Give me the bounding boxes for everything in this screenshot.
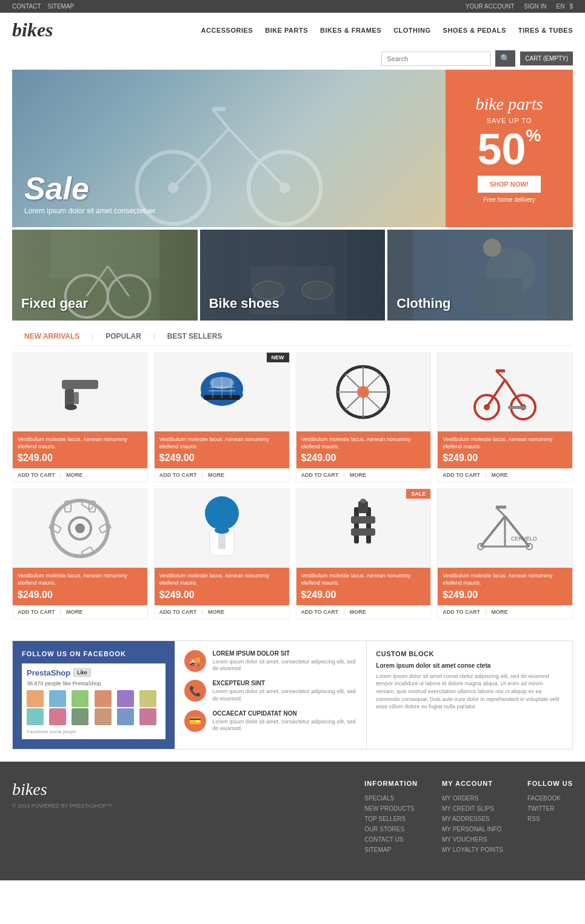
svg-line-43	[367, 374, 381, 388]
footer-link-loyalty[interactable]: MY LOYALTY POINTS	[442, 846, 503, 853]
add-to-cart-8[interactable]: ADD TO CART	[443, 609, 480, 615]
svg-line-49	[487, 380, 505, 407]
search-button[interactable]: 🔍	[495, 50, 515, 67]
sign-in-link[interactable]: SIGN IN	[524, 3, 546, 10]
footer-link-new-products[interactable]: NEW PRODUCTS	[364, 805, 414, 812]
more-5[interactable]: MORE	[66, 609, 82, 615]
product-info-8: Vestibulum molestie lacus. Aenean nonumm…	[438, 568, 572, 605]
disc-rotor-icon	[47, 495, 113, 562]
more-4[interactable]: MORE	[491, 472, 507, 478]
cart-button[interactable]: CART (EMPTY)	[520, 52, 573, 65]
facebook-block: FOLLOW US ON FACEBOOK PrestaShop Like 38…	[13, 641, 175, 749]
service-title-3: OCCAECAT CUPIDATAT NON	[212, 710, 357, 717]
currency-selector[interactable]: $	[569, 3, 573, 10]
hero-sale-text: Sale	[24, 170, 156, 207]
tab-popular[interactable]: POPULAR	[105, 332, 141, 341]
svg-line-75	[481, 516, 505, 547]
product-card-4: Vestibulum molestie lacus. Aenean nonumm…	[437, 352, 573, 482]
svg-point-17	[302, 281, 332, 299]
category-banner-bike-shoes[interactable]: Bike shoes	[200, 230, 386, 321]
category-banner-fixed-gear[interactable]: Fixed gear	[12, 230, 198, 321]
footer-link-twitter[interactable]: TWITTER	[527, 805, 554, 812]
add-to-cart-1[interactable]: ADD TO CART	[18, 472, 55, 478]
more-8[interactable]: MORE	[491, 609, 507, 615]
footer-link-personal-info[interactable]: MY PERSONAL INFO	[442, 826, 501, 833]
footer-logo: bikes	[12, 780, 340, 799]
product-actions-8: ADD TO CART | MORE	[438, 605, 572, 619]
service-item-3: 💳 OCCAECAT CUPIDATAT NON Lorem ipsum dol…	[184, 710, 357, 733]
add-to-cart-6[interactable]: ADD TO CART	[159, 609, 197, 615]
nav-shoes-pedals[interactable]: SHOES & PEDALS	[443, 27, 506, 34]
svg-rect-20	[474, 278, 523, 314]
footer: bikes © 2014 POWERED BY PRESTASHOP™ INFO…	[0, 762, 585, 880]
product-price-6: $249.00	[159, 590, 284, 600]
product-price-1: $249.00	[18, 453, 142, 464]
service-desc-2: Lorem ipsum dolor sit amet, consectetur …	[212, 688, 357, 702]
add-to-cart-2[interactable]: ADD TO CART	[159, 472, 197, 478]
fb-like-button[interactable]: Like	[73, 668, 91, 677]
svg-point-25	[65, 404, 77, 410]
product-card-1: Vestibulum molestie lacus. Aenean nonumm…	[12, 352, 148, 482]
more-7[interactable]: MORE	[350, 609, 366, 615]
sitemap-link[interactable]: SITEMAP	[47, 3, 74, 10]
footer-link-credit-slips[interactable]: MY CREDIT SLIPS	[442, 805, 494, 812]
product-actions-3: ADD TO CART | MORE	[296, 468, 431, 482]
footer-link-vouchers[interactable]: MY VOUCHERS	[442, 836, 487, 843]
svg-point-21	[483, 239, 501, 257]
footer-link-contact-us[interactable]: CONTACT US	[364, 836, 403, 843]
product-desc-7: Vestibulum molestie lacus. Aenean nonumm…	[301, 573, 426, 587]
category-banner-clothing[interactable]: Clothing	[387, 230, 573, 321]
logo[interactable]: bikes	[12, 19, 53, 41]
svg-line-76	[505, 516, 529, 547]
more-2[interactable]: MORE	[208, 472, 224, 478]
footer-follow-us: FOLLOW US FACEBOOK TWITTER RSS	[527, 780, 573, 856]
fb-avatar-1	[27, 690, 44, 707]
fb-avatar-4	[95, 690, 112, 707]
nav-clothing[interactable]: CLOTHING	[393, 27, 430, 34]
footer-link-facebook[interactable]: FACEBOOK	[527, 795, 561, 802]
language-selector[interactable]: EN	[557, 3, 565, 10]
add-to-cart-7[interactable]: ADD TO CART	[301, 609, 339, 615]
product-price-3: $249.00	[301, 453, 426, 464]
footer-link-addresses[interactable]: MY ADDRESSES	[442, 816, 490, 822]
contact-link[interactable]: CONTACT	[12, 3, 41, 10]
search-input[interactable]	[381, 52, 490, 66]
more-6[interactable]: MORE	[208, 609, 224, 615]
footer-link-our-stores[interactable]: OUR STORES	[364, 826, 404, 833]
add-to-cart-5[interactable]: ADD TO CART	[18, 609, 55, 615]
product-card-5: Vestibulum molestie lacus. Aenean nonumm…	[12, 488, 148, 619]
add-to-cart-3[interactable]: ADD TO CART	[301, 472, 339, 478]
product-info-5: Vestibulum molestie lacus. Aenean nonumm…	[13, 568, 147, 605]
your-account-link[interactable]: YOUR ACCOUNT	[466, 3, 515, 10]
tab-new-arrivals[interactable]: NEW ARRIVALS	[24, 332, 79, 341]
product-desc-4: Vestibulum molestie lacus. Aenean nonumm…	[443, 436, 567, 450]
nav-bike-parts[interactable]: BIKE PARTS	[265, 27, 308, 34]
product-image-1	[13, 353, 147, 431]
svg-line-45	[346, 396, 359, 410]
cat-label-bike-shoes: Bike shoes	[209, 296, 279, 311]
footer-link-rss[interactable]: RSS	[527, 816, 540, 822]
nav-tires-tubes[interactable]: TIRES & TUBES	[518, 27, 573, 34]
footer-link-top-sellers[interactable]: TOP SELLERS	[364, 816, 406, 822]
custom-block-subtitle: Lorem ipsum dolor sit amet conse cteta	[376, 662, 563, 669]
top-bar: CONTACT SITEMAP YOUR ACCOUNT SIGN IN EN …	[0, 0, 585, 13]
more-1[interactable]: MORE	[66, 472, 82, 478]
svg-rect-69	[354, 507, 359, 543]
add-to-cart-4[interactable]: ADD TO CART	[443, 472, 480, 478]
svg-line-3	[229, 129, 285, 188]
footer-link-orders[interactable]: MY ORDERS	[442, 795, 478, 802]
tab-best-sellers[interactable]: BEST SELLERS	[167, 332, 222, 341]
nav-bikes-frames[interactable]: BIKES & FRAMES	[320, 27, 381, 34]
product-badge-7: SALE	[406, 489, 430, 499]
product-desc-5: Vestibulum molestie lacus. Aenean nonumm…	[18, 573, 142, 587]
category-banners: Fixed gear Bike shoes Clothing	[12, 230, 573, 321]
footer-link-specials[interactable]: SPECIALS	[364, 795, 394, 802]
svg-point-65	[205, 496, 239, 530]
nav-accessories[interactable]: ACCESSORIES	[201, 27, 253, 34]
shop-now-button[interactable]: SHOP NOW!	[478, 176, 541, 193]
svg-point-6	[168, 182, 178, 193]
footer-link-sitemap[interactable]: SITEMAP	[364, 846, 391, 853]
brake-lever-icon	[50, 362, 110, 422]
product-image-5	[13, 489, 147, 568]
more-3[interactable]: MORE	[350, 472, 366, 478]
